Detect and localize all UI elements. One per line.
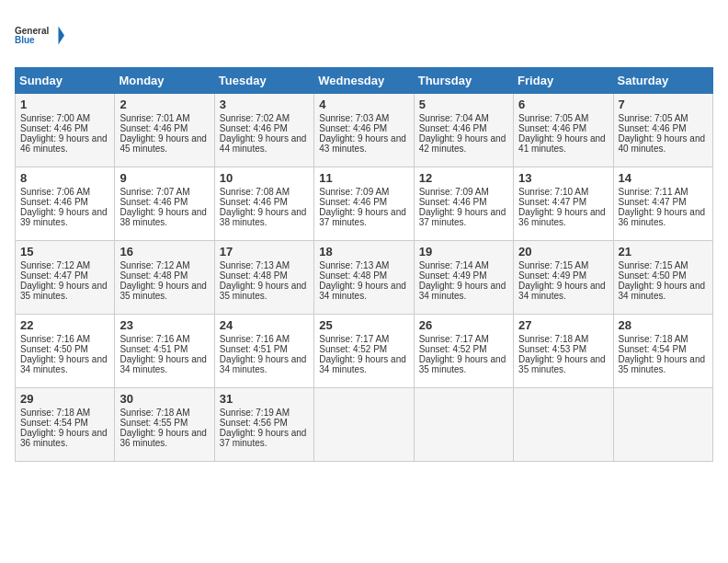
- daylight-text: Daylight: 9 hours and 36 minutes.: [518, 207, 606, 227]
- day-number: 6: [518, 98, 608, 111]
- day-number: 19: [419, 245, 508, 259]
- day-number: 28: [619, 318, 708, 332]
- calendar-cell: 6Sunrise: 7:05 AMSunset: 4:46 PMDaylight…: [514, 94, 613, 167]
- dow-header: Wednesday: [314, 68, 414, 94]
- daylight-text: Daylight: 9 hours and 37 minutes.: [220, 428, 307, 448]
- calendar-cell: 18Sunrise: 7:13 AMSunset: 4:48 PMDayligh…: [314, 241, 414, 315]
- sunset-text: Sunset: 4:52 PM: [419, 344, 487, 354]
- calendar-cell: 5Sunrise: 7:04 AMSunset: 4:46 PMDaylight…: [414, 94, 513, 167]
- calendar-week-row: 1Sunrise: 7:00 AMSunset: 4:46 PMDaylight…: [16, 94, 713, 167]
- calendar-cell: 31Sunrise: 7:19 AMSunset: 4:56 PMDayligh…: [214, 388, 313, 462]
- dow-header: Friday: [514, 68, 613, 94]
- day-number: 5: [419, 98, 508, 111]
- daylight-text: Daylight: 9 hours and 40 minutes.: [619, 133, 706, 154]
- sunset-text: Sunset: 4:46 PM: [419, 197, 487, 207]
- sunrise-text: Sunrise: 7:16 AM: [220, 334, 290, 344]
- day-number: 2: [119, 98, 209, 111]
- sunset-text: Sunset: 4:47 PM: [20, 270, 88, 281]
- sunrise-text: Sunrise: 7:12 AM: [119, 260, 189, 270]
- sunset-text: Sunset: 4:46 PM: [119, 123, 188, 133]
- sunset-text: Sunset: 4:46 PM: [220, 197, 288, 207]
- daylight-text: Daylight: 9 hours and 35 minutes.: [20, 281, 108, 301]
- daylight-text: Daylight: 9 hours and 34 minutes.: [119, 354, 207, 374]
- daylight-text: Daylight: 9 hours and 42 minutes.: [419, 133, 506, 154]
- sunrise-text: Sunrise: 7:17 AM: [319, 334, 389, 344]
- daylight-text: Daylight: 9 hours and 36 minutes.: [119, 428, 207, 448]
- calendar-cell: 29Sunrise: 7:18 AMSunset: 4:54 PMDayligh…: [16, 388, 115, 462]
- daylight-text: Daylight: 9 hours and 37 minutes.: [319, 207, 406, 227]
- calendar-cell: 30Sunrise: 7:18 AMSunset: 4:55 PMDayligh…: [115, 388, 214, 462]
- dow-header: Monday: [115, 68, 214, 94]
- page-header: General Blue: [15, 15, 713, 56]
- daylight-text: Daylight: 9 hours and 35 minutes.: [518, 354, 606, 374]
- daylight-text: Daylight: 9 hours and 44 minutes.: [220, 133, 307, 154]
- daylight-text: Daylight: 9 hours and 43 minutes.: [319, 133, 406, 154]
- day-number: 22: [20, 318, 109, 332]
- calendar-cell: 10Sunrise: 7:08 AMSunset: 4:46 PMDayligh…: [214, 167, 313, 241]
- sunrise-text: Sunrise: 7:13 AM: [220, 260, 290, 270]
- sunrise-text: Sunrise: 7:17 AM: [419, 334, 489, 344]
- daylight-text: Daylight: 9 hours and 35 minutes.: [419, 354, 506, 374]
- dow-header: Tuesday: [214, 68, 313, 94]
- daylight-text: Daylight: 9 hours and 45 minutes.: [119, 133, 207, 154]
- day-number: 16: [119, 245, 209, 259]
- day-number: 4: [319, 98, 408, 111]
- daylight-text: Daylight: 9 hours and 38 minutes.: [119, 207, 207, 227]
- day-number: 26: [419, 318, 508, 332]
- sunset-text: Sunset: 4:51 PM: [220, 344, 288, 354]
- sunset-text: Sunset: 4:46 PM: [419, 123, 487, 133]
- calendar-cell: [414, 388, 513, 462]
- day-number: 13: [518, 171, 608, 185]
- sunset-text: Sunset: 4:46 PM: [20, 197, 88, 207]
- sunrise-text: Sunrise: 7:14 AM: [419, 260, 489, 270]
- sunrise-text: Sunrise: 7:02 AM: [220, 113, 290, 123]
- sunset-text: Sunset: 4:54 PM: [20, 418, 88, 428]
- sunset-text: Sunset: 4:46 PM: [119, 197, 188, 207]
- calendar-week-row: 29Sunrise: 7:18 AMSunset: 4:54 PMDayligh…: [16, 388, 713, 462]
- sunrise-text: Sunrise: 7:19 AM: [220, 408, 290, 418]
- sunset-text: Sunset: 4:52 PM: [319, 344, 387, 354]
- calendar-cell: 15Sunrise: 7:12 AMSunset: 4:47 PMDayligh…: [16, 241, 115, 315]
- day-header-row: SundayMondayTuesdayWednesdayThursdayFrid…: [16, 68, 713, 94]
- daylight-text: Daylight: 9 hours and 39 minutes.: [20, 207, 108, 227]
- daylight-text: Daylight: 9 hours and 37 minutes.: [419, 207, 506, 227]
- sunrise-text: Sunrise: 7:00 AM: [20, 113, 90, 123]
- calendar-cell: 11Sunrise: 7:09 AMSunset: 4:46 PMDayligh…: [314, 167, 414, 241]
- sunset-text: Sunset: 4:50 PM: [619, 270, 687, 281]
- calendar-cell: 26Sunrise: 7:17 AMSunset: 4:52 PMDayligh…: [414, 315, 513, 388]
- day-number: 25: [319, 318, 408, 332]
- calendar-cell: 28Sunrise: 7:18 AMSunset: 4:54 PMDayligh…: [613, 315, 712, 388]
- sunrise-text: Sunrise: 7:12 AM: [20, 260, 90, 270]
- calendar-cell: 12Sunrise: 7:09 AMSunset: 4:46 PMDayligh…: [414, 167, 513, 241]
- sunrise-text: Sunrise: 7:10 AM: [518, 187, 588, 197]
- day-number: 17: [220, 245, 309, 259]
- daylight-text: Daylight: 9 hours and 38 minutes.: [220, 207, 307, 227]
- calendar-cell: 16Sunrise: 7:12 AMSunset: 4:48 PMDayligh…: [115, 241, 214, 315]
- svg-text:General: General: [15, 26, 49, 36]
- calendar-body: 1Sunrise: 7:00 AMSunset: 4:46 PMDaylight…: [16, 94, 713, 462]
- daylight-text: Daylight: 9 hours and 46 minutes.: [20, 133, 108, 154]
- day-number: 3: [220, 98, 309, 111]
- sunset-text: Sunset: 4:46 PM: [518, 123, 586, 133]
- day-number: 31: [220, 392, 309, 406]
- sunrise-text: Sunrise: 7:04 AM: [419, 113, 489, 123]
- sunrise-text: Sunrise: 7:01 AM: [119, 113, 189, 123]
- svg-marker-2: [59, 27, 65, 45]
- svg-text:Blue: Blue: [15, 35, 35, 45]
- daylight-text: Daylight: 9 hours and 34 minutes.: [319, 281, 406, 301]
- dow-header: Thursday: [414, 68, 513, 94]
- calendar-cell: 3Sunrise: 7:02 AMSunset: 4:46 PMDaylight…: [214, 94, 313, 167]
- sunset-text: Sunset: 4:53 PM: [518, 344, 586, 354]
- sunrise-text: Sunrise: 7:18 AM: [619, 334, 688, 344]
- sunset-text: Sunset: 4:48 PM: [119, 270, 188, 281]
- calendar-cell: 19Sunrise: 7:14 AMSunset: 4:49 PMDayligh…: [414, 241, 513, 315]
- sunset-text: Sunset: 4:48 PM: [220, 270, 288, 281]
- calendar-cell: 23Sunrise: 7:16 AMSunset: 4:51 PMDayligh…: [115, 315, 214, 388]
- calendar-cell: 25Sunrise: 7:17 AMSunset: 4:52 PMDayligh…: [314, 315, 414, 388]
- day-number: 11: [319, 171, 408, 185]
- calendar-cell: 13Sunrise: 7:10 AMSunset: 4:47 PMDayligh…: [514, 167, 613, 241]
- calendar-cell: [514, 388, 613, 462]
- day-number: 14: [619, 171, 708, 185]
- calendar-cell: 7Sunrise: 7:05 AMSunset: 4:46 PMDaylight…: [613, 94, 712, 167]
- calendar-cell: 21Sunrise: 7:15 AMSunset: 4:50 PMDayligh…: [613, 241, 712, 315]
